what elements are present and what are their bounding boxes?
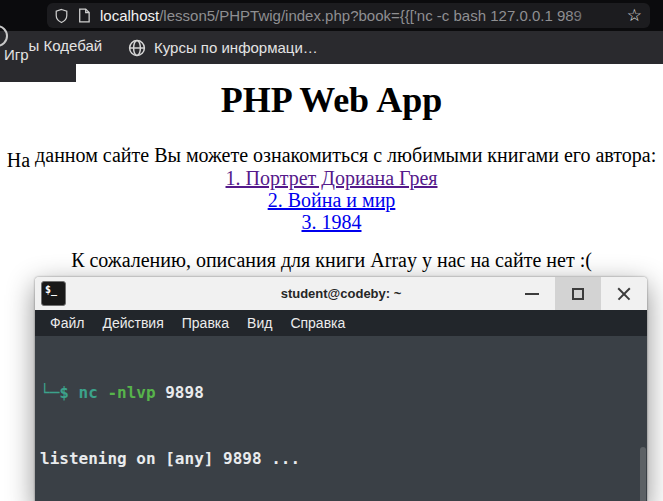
- menu-item-help[interactable]: Справка: [281, 310, 354, 336]
- close-icon: [617, 287, 631, 301]
- browser-topbar: localhost/lesson5/PHPTwig/index.php?book…: [0, 0, 663, 31]
- command-text: nc: [79, 383, 108, 402]
- book-link-dorian-gray[interactable]: 1. Портрет Дориана Грея: [0, 167, 663, 189]
- terminal-output-line: listening on [any] 9898 ...: [40, 448, 647, 470]
- maximize-icon: [572, 288, 584, 300]
- terminal-titlebar[interactable]: $_ student@codeby: ~: [35, 277, 647, 310]
- shell-prompt: └─$: [40, 383, 79, 402]
- url-text[interactable]: localhost/lesson5/PHPTwig/index.php?book…: [100, 7, 617, 24]
- bookmarks-bar-extension: [0, 64, 76, 82]
- command-argument: 9898: [165, 383, 204, 402]
- terminal-window: $_ student@codeby: ~ Файл Действия Правк…: [35, 277, 647, 501]
- bookmark-label: ы Кодебай: [29, 37, 103, 54]
- page-icon[interactable]: [78, 8, 90, 23]
- maximize-button[interactable]: [555, 277, 601, 310]
- address-bar[interactable]: localhost/lesson5/PHPTwig/index.php?book…: [47, 3, 650, 28]
- menu-item-actions[interactable]: Действия: [93, 310, 172, 336]
- intro-rest: данном сайте Вы можете ознакомиться с лю…: [30, 144, 656, 166]
- bookmark-item-games-codeby[interactable]: Игры Кодебай: [4, 31, 102, 64]
- globe-icon: [128, 39, 146, 57]
- terminal-menubar: Файл Действия Правка Вид Справка: [35, 310, 647, 336]
- shield-icon[interactable]: [55, 8, 68, 24]
- bookmark-label: Игр: [4, 46, 29, 63]
- command-option: -nlvp: [107, 383, 165, 402]
- url-path: /lesson5/PHPTwig/index.php?book={{['nc -…: [159, 7, 582, 24]
- menu-item-edit[interactable]: Правка: [173, 310, 238, 336]
- window-controls: [509, 277, 647, 310]
- menu-item-file[interactable]: Файл: [41, 310, 93, 336]
- menu-item-view[interactable]: Вид: [238, 310, 281, 336]
- book-link-war-and-peace[interactable]: 2. Война и мир: [0, 189, 663, 211]
- terminal-scrollbar-thumb[interactable]: [640, 447, 646, 501]
- minimize-icon: [525, 293, 539, 295]
- bookmark-item-courses[interactable]: Курсы по информаци…: [128, 31, 318, 64]
- close-button[interactable]: [601, 277, 647, 310]
- terminal-prompt-line: └─$ nc -nlvp 9898: [40, 382, 647, 404]
- book-link-1984[interactable]: 3. 1984: [0, 211, 663, 233]
- book-links: 1. Портрет Дориана Грея 2. Война и мир 3…: [0, 167, 663, 233]
- bookmark-label: Курсы по информаци…: [154, 39, 318, 56]
- intro-first-word: На: [7, 149, 30, 172]
- terminal-app-icon[interactable]: $_: [41, 281, 66, 306]
- url-host: localhost: [100, 7, 159, 24]
- bookmark-star-icon[interactable]: ☆: [627, 3, 642, 28]
- terminal-body[interactable]: └─$ nc -nlvp 9898 listening on [any] 989…: [35, 336, 647, 501]
- page-title: PHP Web App: [0, 82, 663, 120]
- intro-text: На данном сайте Вы можете ознакомиться с…: [0, 144, 663, 167]
- minimize-button[interactable]: [509, 277, 555, 310]
- no-description-message: К сожалению, описания для книги Array у …: [0, 249, 663, 272]
